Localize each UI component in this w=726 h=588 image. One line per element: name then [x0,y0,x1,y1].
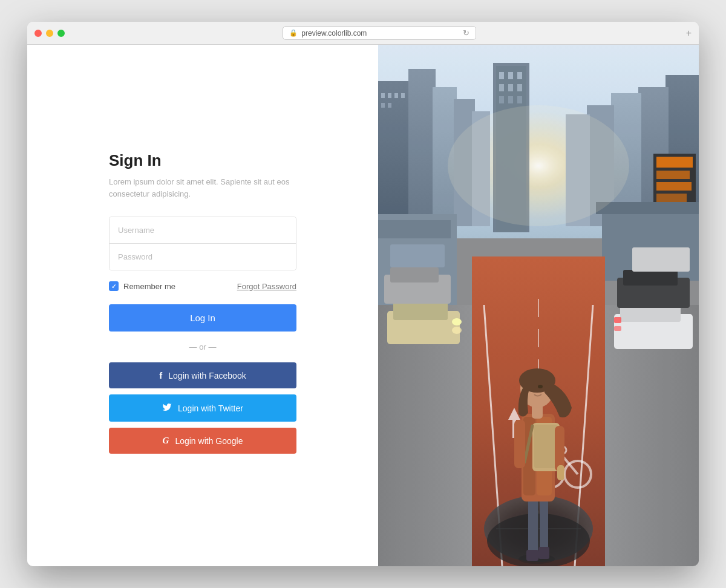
addressbar-container: 🔒 preview.colorlib.com ↻ [73,26,686,40]
maximize-button[interactable] [57,30,65,37]
minimize-button[interactable] [46,30,53,37]
titlebar: 🔒 preview.colorlib.com ↻ + [27,22,699,45]
password-input[interactable] [110,244,296,270]
url-text: preview.colorlib.com [301,29,367,38]
twitter-icon [162,402,172,414]
city-photo [378,45,699,566]
google-login-button[interactable]: G Login with Google [109,428,296,454]
close-button[interactable] [34,30,42,37]
form-container: Sign In Lorem ipsum dolor sit amet elit.… [109,151,296,460]
twitter-login-button[interactable]: Login with Twitter [109,394,296,422]
page-title: Sign In [109,151,296,170]
facebook-login-button[interactable]: f Login with Facebook [109,362,296,388]
page-description: Lorem ipsum dolor sit amet elit. Sapient… [109,176,296,200]
photo-panel [378,45,699,566]
forgot-password-link[interactable]: Forgot Password [237,282,296,291]
lock-icon: 🔒 [289,29,298,37]
remember-me-label: Remember me [123,282,175,291]
addressbar[interactable]: 🔒 preview.colorlib.com ↻ [283,26,476,40]
svg-point-89 [448,105,629,226]
or-divider: — or — [109,342,296,351]
browser-window: 🔒 preview.colorlib.com ↻ + Sign In Lorem… [27,22,699,566]
twitter-button-label: Login with Twitter [178,403,243,413]
traffic-lights [34,30,65,37]
credentials-group [109,217,296,270]
remember-me-checkbox[interactable]: ✓ [109,281,119,291]
remember-me-group: ✓ Remember me [109,281,175,291]
facebook-icon: f [159,370,162,381]
new-tab-button[interactable]: + [686,28,692,39]
page-content: Sign In Lorem ipsum dolor sit amet elit.… [27,45,699,566]
username-input[interactable] [110,217,296,243]
facebook-button-label: Login with Facebook [168,371,246,381]
login-panel: Sign In Lorem ipsum dolor sit amet elit.… [27,45,378,566]
login-button[interactable]: Log In [109,304,296,332]
reload-icon[interactable]: ↻ [463,28,469,38]
google-button-label: Login with Google [175,436,243,446]
checkmark-icon: ✓ [111,283,116,290]
google-icon: G [163,436,169,446]
form-options: ✓ Remember me Forgot Password [109,281,296,291]
